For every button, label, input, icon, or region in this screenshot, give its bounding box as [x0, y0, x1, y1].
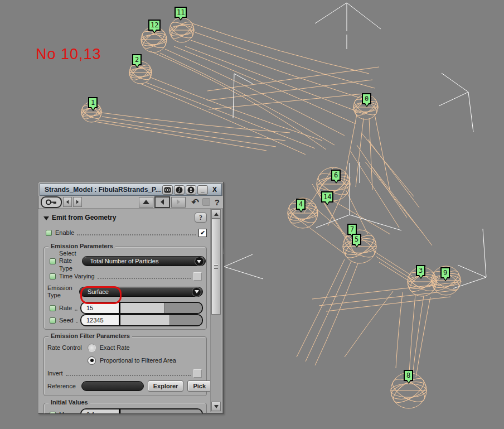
- leader-dots: [98, 273, 191, 279]
- mass-slider[interactable]: 0,1: [80, 408, 203, 414]
- particle-label-14: 14: [321, 191, 333, 203]
- close-icon[interactable]: X: [209, 186, 220, 194]
- leader-dots: [77, 230, 196, 235]
- particle-label-7: 7: [347, 224, 357, 235]
- rate-input[interactable]: 15: [81, 303, 119, 313]
- anim-divot-seed[interactable]: [50, 317, 56, 324]
- emission-type-label: Emission Type: [47, 285, 74, 299]
- prev-icon[interactable]: [63, 197, 72, 207]
- proportional-label: Proportional to Filtered Area: [100, 357, 176, 364]
- panel-title: Strands_Model : FibulaRStrands_P...: [45, 186, 161, 194]
- initial-values-group: Initial Values Mass 0,1 Size 0,005: [43, 403, 207, 414]
- anim-divot-select-rate[interactable]: [50, 258, 56, 264]
- particle-label-9: 9: [440, 267, 450, 278]
- update-icon[interactable]: [174, 185, 185, 195]
- leader-dots: [76, 412, 77, 414]
- emission-filter-parameters-group: Emission Filter Parameters Rate Control …: [43, 336, 207, 396]
- chevron-down-icon[interactable]: [192, 287, 201, 297]
- property-panel[interactable]: Strands_Model : FibulaRStrands_P... _ X: [38, 182, 224, 414]
- time-varying-label: Time Varying: [59, 273, 95, 279]
- section-header: Emit from Geometry: [52, 214, 195, 221]
- up-icon[interactable]: [139, 197, 153, 208]
- particle-label-11: 11: [175, 7, 187, 18]
- particle-label-3: 3: [416, 265, 425, 276]
- particle-label-6: 6: [331, 170, 341, 181]
- leader-dots: [76, 317, 77, 323]
- panel-titlebar[interactable]: Strands_Model : FibulaRStrands_P... _ X: [40, 184, 222, 196]
- exact-rate-label: Exact Rate: [100, 344, 130, 351]
- redo-icon[interactable]: [202, 198, 210, 206]
- seed-slider[interactable]: 12345: [80, 314, 203, 326]
- link-icon[interactable]: [162, 185, 173, 195]
- particle-label-1: 1: [88, 97, 98, 108]
- keyframe-icon[interactable]: [41, 196, 62, 208]
- undo-icon[interactable]: ↶: [191, 197, 198, 208]
- invert-checkbox[interactable]: [193, 369, 202, 378]
- reference-label: Reference: [47, 383, 76, 389]
- section-help-button[interactable]: ?: [195, 213, 207, 223]
- proportional-radio[interactable]: [88, 356, 96, 365]
- rate-slider[interactable]: 15: [80, 302, 203, 314]
- rate-control-label: Rate Control: [47, 344, 82, 351]
- missing-ids-annotation: No 10,13: [36, 46, 101, 63]
- group-title: Emission Filter Parameters: [49, 332, 132, 339]
- mass-input[interactable]: 0,1: [81, 409, 119, 414]
- emission-parameters-group: Emission Parameters Select Rate Type Tot…: [43, 247, 207, 330]
- seed-label: Seed: [59, 317, 74, 324]
- group-title: Emission Parameters: [49, 243, 115, 249]
- pick-button[interactable]: Pick: [187, 380, 211, 392]
- anim-divot-rate[interactable]: [50, 305, 56, 311]
- mass-label: Mass: [59, 411, 74, 414]
- next-icon[interactable]: [73, 197, 82, 207]
- seed-input[interactable]: 12345: [81, 315, 119, 325]
- enable-label: Enable: [55, 229, 74, 236]
- panel-toolbar: ↶ ?: [38, 196, 223, 209]
- select-rate-type-dropdown[interactable]: Total Number of Particles: [82, 256, 206, 266]
- collapse-icon[interactable]: [43, 216, 49, 220]
- forward-icon[interactable]: [171, 197, 186, 208]
- particle-label-2: 2: [132, 54, 142, 65]
- viewport[interactable]: No 10,13 1112210614475398 Strands_Model …: [0, 0, 504, 429]
- particle-label-12: 12: [148, 20, 161, 31]
- time-varying-checkbox[interactable]: [193, 272, 202, 281]
- invert-label: Invert: [47, 370, 63, 377]
- group-title: Initial Values: [49, 399, 90, 406]
- particle-label-5: 5: [352, 234, 361, 245]
- particle-label-0: 0: [362, 93, 371, 104]
- anim-divot-enable[interactable]: [46, 230, 52, 236]
- panel-content: Emit from Geometry ? Enable ✔ Emission P…: [40, 209, 221, 412]
- chevron-down-icon[interactable]: [195, 257, 204, 266]
- scrollbar-thumb[interactable]: [211, 219, 221, 315]
- back-icon[interactable]: [154, 196, 170, 208]
- minimize-icon[interactable]: _: [197, 185, 208, 195]
- scroll-down-icon[interactable]: [211, 402, 221, 411]
- select-rate-type-label: Select Rate Type: [59, 250, 76, 272]
- particle-label-4: 4: [296, 199, 306, 210]
- scrollbar-grip: [214, 264, 218, 269]
- emission-type-dropdown[interactable]: Surface: [79, 287, 203, 297]
- enable-checkbox[interactable]: ✔: [198, 229, 207, 237]
- lock-icon[interactable]: [186, 185, 196, 195]
- leader-dots: [66, 370, 191, 376]
- panel-scrollbar[interactable]: [210, 209, 221, 412]
- reference-input[interactable]: [81, 381, 144, 391]
- anim-divot-time-varying[interactable]: [50, 273, 56, 279]
- leader-dots: [75, 305, 77, 311]
- particle-label-8: 8: [404, 370, 413, 381]
- help-icon[interactable]: ?: [215, 197, 220, 207]
- rate-label: Rate: [59, 305, 72, 311]
- exact-rate-radio[interactable]: [88, 344, 96, 352]
- explorer-button[interactable]: Explorer: [148, 380, 184, 392]
- anim-divot-mass[interactable]: [50, 412, 56, 414]
- scroll-up-icon[interactable]: [211, 209, 221, 219]
